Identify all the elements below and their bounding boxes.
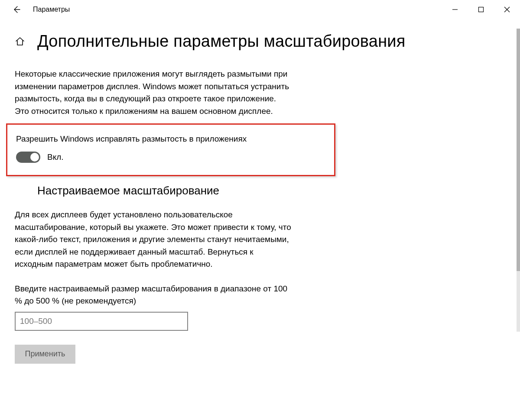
- fix-blur-section: Разрешить Windows исправлять размытость …: [6, 123, 335, 176]
- close-icon: [504, 6, 510, 13]
- home-icon: [15, 36, 25, 47]
- scrollbar-thumb[interactable]: [517, 29, 520, 271]
- close-button[interactable]: [494, 0, 520, 19]
- page-header: Дополнительные параметры масштабирования: [15, 32, 505, 51]
- toggle-state-text: Вкл.: [47, 152, 64, 162]
- maximize-icon: [478, 6, 484, 13]
- custom-scaling-heading: Настраиваемое масштабирование: [37, 184, 505, 197]
- intro-text: Некоторые классические приложения могут …: [15, 68, 292, 117]
- scrollbar[interactable]: [517, 29, 520, 332]
- minimize-button[interactable]: [442, 0, 468, 19]
- svg-rect-1: [479, 7, 484, 12]
- custom-scaling-desc: Для всех дисплеев будет установлено поль…: [15, 209, 292, 271]
- scale-input[interactable]: [15, 312, 188, 331]
- page-title: Дополнительные параметры масштабирования: [37, 32, 406, 51]
- minimize-icon: [452, 6, 458, 13]
- toggle-knob: [30, 153, 39, 162]
- window-controls: [442, 0, 520, 19]
- fix-blur-toggle[interactable]: [16, 152, 40, 163]
- app-title: Параметры: [33, 6, 70, 13]
- content-area: Дополнительные параметры масштабирования…: [0, 19, 520, 364]
- titlebar: Параметры: [0, 0, 520, 19]
- arrow-left-icon: [12, 5, 21, 14]
- maximize-button[interactable]: [468, 0, 494, 19]
- home-button[interactable]: [15, 36, 25, 47]
- back-button[interactable]: [8, 1, 25, 18]
- toggle-row: Вкл.: [16, 152, 325, 163]
- fix-blur-label: Разрешить Windows исправлять размытость …: [16, 134, 325, 144]
- apply-button[interactable]: Применить: [15, 345, 75, 364]
- scale-input-label: Введите настраиваемый размер масштабиров…: [15, 283, 292, 307]
